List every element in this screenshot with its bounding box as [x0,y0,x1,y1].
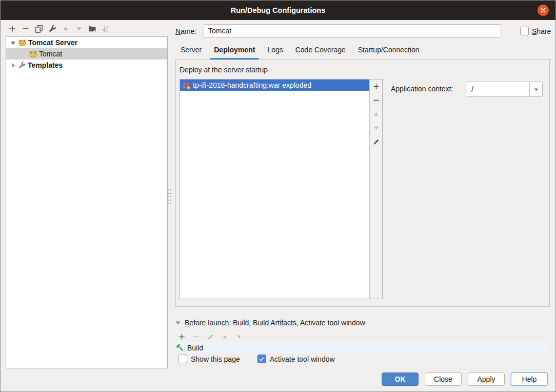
apply-button[interactable]: Apply [468,373,505,386]
share-checkbox[interactable] [520,27,529,35]
sort-alphabetically-icon: a z [102,25,110,33]
application-context-value[interactable]: / [467,82,529,96]
arrow-down-icon [235,333,243,341]
hammer-icon [176,343,185,352]
add-configuration-button[interactable] [8,24,17,33]
move-down-button[interactable] [74,24,84,33]
titlebar: Run/Debug Configurations [1,1,555,20]
deploy-artifact-list: tp-ifi-2018-handcrafting:war exploded [180,79,383,299]
wrench-icon [48,25,56,33]
deploy-section-title: Deploy at the server startup [180,66,268,74]
edit-task-button[interactable] [206,332,215,341]
remove-artifact-button[interactable] [371,95,381,105]
close-icon [540,7,546,13]
configurations-toolbar: a z [8,24,110,33]
section-divider [273,70,545,70]
pencil-icon [207,333,214,341]
remove-task-button[interactable] [191,332,201,341]
sort-configurations-button[interactable]: a z [101,24,110,33]
section-divider [369,323,548,323]
tab-logs[interactable]: Logs [267,46,283,59]
pencil-icon [372,138,380,146]
artifact-list-toolbar [369,80,382,299]
tree-item-label: Tomcat [39,50,62,58]
plus-icon [178,333,186,341]
show-this-page-option[interactable]: Show this page [178,355,240,363]
arrow-down-icon [372,124,380,132]
create-folder-button[interactable] [88,24,97,33]
dialog-footer: OK Close Apply Help [382,373,548,386]
svg-text:a: a [106,25,108,29]
artifact-list-item[interactable]: tp-ifi-2018-handcrafting:war exploded [180,80,369,91]
copy-icon [35,25,43,33]
before-launch-title: Before launch: Build, Build Artifacts, A… [185,319,365,327]
window-title: Run/Debug Configurations [231,6,325,14]
tree-item-tomcat[interactable]: Tomcat [6,48,167,60]
arrow-down-icon [75,25,83,33]
activate-tool-window-option[interactable]: Activate tool window [257,355,335,363]
share-label: Share [532,27,551,35]
copy-configuration-button[interactable] [34,24,44,33]
tomcat-icon [29,50,37,58]
before-launch-task-build[interactable]: Build [175,342,548,353]
application-context-combo[interactable]: / [467,82,543,97]
edit-artifact-button[interactable] [371,137,381,146]
add-artifact-button[interactable] [371,82,381,91]
move-up-button[interactable] [61,24,70,33]
activate-tool-window-label: Activate tool window [270,355,335,363]
tab-deployment[interactable]: Deployment [214,46,255,59]
tab-code-coverage[interactable]: Code Coverage [295,46,346,59]
close-button[interactable]: Close [425,373,462,386]
before-launch-toolbar [177,332,244,341]
move-task-down-button[interactable] [234,332,244,341]
before-launch-options: Show this page Activate tool window [178,355,335,363]
plus-icon [372,83,380,90]
collapse-arrow-icon [175,320,181,325]
panel-splitter[interactable] [168,189,172,204]
tree-item-templates[interactable]: Templates [6,60,167,71]
activate-tool-window-checkbox[interactable] [257,355,266,363]
tree-item-label: Templates [28,61,63,69]
plus-icon [8,25,16,33]
artifact-label: tp-ifi-2018-handcrafting:war exploded [193,81,311,89]
application-context-label: Application context: [391,85,453,93]
name-input[interactable] [204,24,501,37]
deploy-section-header: Deploy at the server startup [180,66,545,74]
arrow-up-icon [372,110,380,118]
collapsed-twisty-icon[interactable] [9,63,16,68]
tab-startup-connection[interactable]: Startup/Connection [358,46,420,59]
move-artifact-down-button[interactable] [371,123,381,132]
new-folder-icon [88,25,96,33]
tree-item-label: Tomcat Server [28,38,77,47]
configurations-tree: Tomcat Server Tomcat Templates [6,36,168,368]
minus-icon [372,96,380,104]
checkmark-icon [259,356,265,362]
show-this-page-label: Show this page [191,355,240,363]
move-task-up-button[interactable] [220,332,229,341]
chevron-down-icon [533,87,539,92]
tomcat-icon [18,39,27,47]
configuration-tabs: Server Deployment Logs Code Coverage Sta… [181,46,420,59]
arrow-up-icon [62,25,70,33]
wrench-icon [18,61,26,69]
expanded-twisty-icon[interactable] [9,40,16,46]
arrow-up-icon [221,333,229,341]
minus-icon [22,25,30,33]
show-this-page-checkbox[interactable] [178,355,187,363]
tree-item-tomcat-server[interactable]: Tomcat Server [6,37,167,48]
tab-server[interactable]: Server [181,46,202,59]
remove-configuration-button[interactable] [21,24,30,33]
ok-button[interactable]: OK [382,373,419,386]
combo-dropdown-button[interactable] [529,82,542,96]
add-task-button[interactable] [177,332,186,341]
deployment-tab-panel: Deploy at the server startup tp-ifi-2018… [175,59,550,307]
close-window-button[interactable] [538,5,549,16]
run-debug-configurations-dialog: Run/Debug Configurations [0,0,556,392]
task-label: Build [187,344,203,352]
before-launch-header[interactable]: Before launch: Build, Build Artifacts, A… [175,319,548,327]
move-artifact-up-button[interactable] [371,109,381,119]
svg-text:z: z [106,29,108,32]
share-option[interactable]: Share [520,27,551,35]
edit-configuration-button[interactable] [48,24,57,33]
help-button[interactable]: Help [511,373,548,386]
